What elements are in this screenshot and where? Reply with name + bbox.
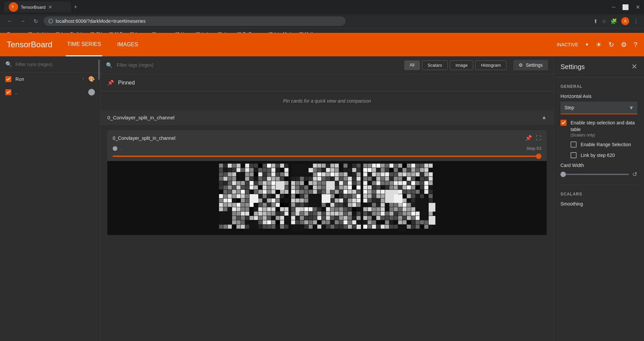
card-run-indicator <box>113 146 117 151</box>
conv-image-1 <box>219 164 291 232</box>
maximize-icon[interactable]: ⬜ <box>622 4 629 10</box>
enable-step-selection-subtext: (Scalars only) <box>571 133 637 137</box>
status-badge: INACTIVE <box>556 42 578 47</box>
close-icon[interactable]: ✕ <box>636 4 640 10</box>
link-by-step-text: Link by step 620 <box>581 152 615 159</box>
horizontal-axis-select[interactable]: Step <box>560 102 637 114</box>
minimize-icon[interactable]: ─ <box>612 4 615 10</box>
step-slider-fill <box>113 156 537 157</box>
card-width-section: Card Width ↺ <box>560 163 637 178</box>
enable-range-selection-text: Enable Range Selection <box>581 141 631 148</box>
expand-card-icon[interactable]: ⛶ <box>536 135 541 141</box>
content-area[interactable]: 📌 Pinned Pin cards for a quick view and … <box>101 74 553 341</box>
settings-btn-label: Settings <box>526 62 543 68</box>
run-dot-color <box>88 89 95 96</box>
card-title: 0_Convlayer_split_in_channel <box>113 135 525 141</box>
nav-time-series[interactable]: TIME SERIES <box>66 33 102 56</box>
tab-favicon: T <box>9 2 18 12</box>
step-slider-container <box>107 154 547 161</box>
sidebar-search-input[interactable] <box>15 62 95 67</box>
enable-range-selection-checkbox[interactable] <box>571 141 577 148</box>
pinned-section: 📌 Pinned <box>101 74 553 92</box>
horizontal-axis-select-wrapper: Step ▼ <box>560 102 637 114</box>
chip-all[interactable]: All <box>404 60 420 70</box>
enable-step-selection-text: Enable step selection and data table <box>571 120 637 133</box>
card-width-label: Card Width <box>560 163 637 168</box>
refresh-icon[interactable]: ↻ <box>608 41 614 49</box>
sidebar-scrollbar-thumb <box>98 60 100 80</box>
run-dot-checkbox[interactable] <box>5 89 11 95</box>
reload-button[interactable]: ↻ <box>31 18 40 24</box>
card-actions: 📌 ⛶ <box>525 135 541 141</box>
scalars-section-label: SCALARS <box>560 192 637 196</box>
filter-input[interactable] <box>117 62 400 68</box>
conv-card: 0_Convlayer_split_in_channel 📌 ⛶ . Step … <box>107 130 547 235</box>
title-bar: T TensorBoard ✕ + ─ ⬜ ✕ <box>0 0 644 14</box>
address-bar: ← → ↻ i localhost:6006/?darkMode=true#ti… <box>0 14 644 28</box>
tab-close-button[interactable]: ✕ <box>48 4 52 10</box>
link-by-step-row: Link by step 620 <box>571 152 637 159</box>
brand-title: TensorBoard <box>7 40 52 49</box>
section-title-conv: 0_Convlayer_split_in_channel <box>107 115 541 120</box>
pinned-label: Pinned <box>118 80 135 86</box>
url-text: localhost:6006/?darkMode=true#timeseries <box>56 18 146 24</box>
theme-toggle-icon[interactable]: ☀ <box>596 41 602 49</box>
settings-panel: Settings ✕ GENERAL Horizontal Axis Step … <box>553 56 644 341</box>
step-slider-thumb[interactable] <box>536 154 541 159</box>
svg-text:i: i <box>50 20 50 23</box>
chip-histogram[interactable]: Histogram <box>475 60 506 70</box>
card-width-slider: ↺ <box>560 171 637 178</box>
address-bar-icons: ⬆ ☆ 🧩 A ⋮ <box>593 17 639 25</box>
extensions-icon[interactable]: 🧩 <box>610 18 617 24</box>
share-icon[interactable]: ⬆ <box>593 18 598 24</box>
scalars-section: SCALARS Smoothing <box>554 185 644 213</box>
card-header: 0_Convlayer_split_in_channel 📌 ⛶ <box>107 130 547 146</box>
chip-image[interactable]: Image <box>450 60 473 70</box>
panel-close-button[interactable]: ✕ <box>631 62 637 71</box>
step-label: Step 63 <box>526 146 541 151</box>
enable-range-selection-row: Enable Range Selection <box>571 141 637 148</box>
palette-icon[interactable]: 🎨 <box>88 76 95 82</box>
sidebar-scrollbar[interactable] <box>98 56 100 341</box>
sort-asc-icon[interactable]: ↑ <box>82 77 84 81</box>
forward-button[interactable]: → <box>18 18 28 24</box>
back-button[interactable]: ← <box>5 18 15 24</box>
run-dot-label: . <box>15 90 84 95</box>
profile-icon[interactable]: A <box>621 17 629 25</box>
help-icon[interactable]: ? <box>634 41 637 49</box>
run-all-checkbox[interactable] <box>5 76 11 82</box>
sidebar-run-dot: . <box>0 86 100 99</box>
new-tab-button[interactable]: + <box>74 4 77 11</box>
browser-tab[interactable]: T TensorBoard ✕ <box>4 1 71 13</box>
nav-images[interactable]: IMAGES <box>116 33 139 56</box>
status-dropdown-icon[interactable]: ▼ <box>585 42 589 47</box>
settings-button[interactable]: ⚙ Settings <box>513 60 548 70</box>
card-width-track[interactable] <box>560 174 629 175</box>
pin-card-icon[interactable]: 📌 <box>525 135 532 141</box>
secure-icon: i <box>48 19 53 23</box>
card-width-reset-icon[interactable]: ↺ <box>632 171 637 178</box>
sidebar-run-header: Run ↑ 🎨 <box>0 72 100 86</box>
main-content: 🔍 Run ↑ 🎨 . <box>0 56 644 341</box>
run-column-header: Run <box>15 76 78 82</box>
pin-icon: 📌 <box>107 79 114 86</box>
collapse-icon[interactable]: ▲ <box>541 114 547 120</box>
window-controls: ─ ⬜ ✕ <box>612 4 640 10</box>
horizontal-axis-label: Horizontal Axis <box>560 94 637 99</box>
card-width-thumb[interactable] <box>560 172 566 177</box>
chip-scalars[interactable]: Scalars <box>422 60 448 70</box>
menu-icon[interactable]: ⋮ <box>633 18 639 24</box>
image-grid <box>107 161 547 235</box>
settings-nav-icon[interactable]: ⚙ <box>621 41 627 49</box>
enable-step-selection-checkbox[interactable] <box>560 120 567 126</box>
pin-placeholder: Pin cards for a quick view and compariso… <box>101 92 553 110</box>
top-nav: TensorBoard TIME SERIES IMAGES INACTIVE … <box>0 33 644 56</box>
link-by-step-checkbox[interactable] <box>571 152 577 158</box>
panel-title: Settings <box>560 63 631 71</box>
general-section: GENERAL Horizontal Axis Step ▼ Enable st… <box>554 77 644 185</box>
bookmark-icon[interactable]: ☆ <box>602 18 606 24</box>
url-bar[interactable]: i localhost:6006/?darkMode=true#timeseri… <box>44 16 345 26</box>
settings-btn-icon: ⚙ <box>519 62 523 68</box>
section-header-conv[interactable]: 0_Convlayer_split_in_channel ▲ <box>101 110 553 125</box>
svg-text:T: T <box>12 5 14 9</box>
